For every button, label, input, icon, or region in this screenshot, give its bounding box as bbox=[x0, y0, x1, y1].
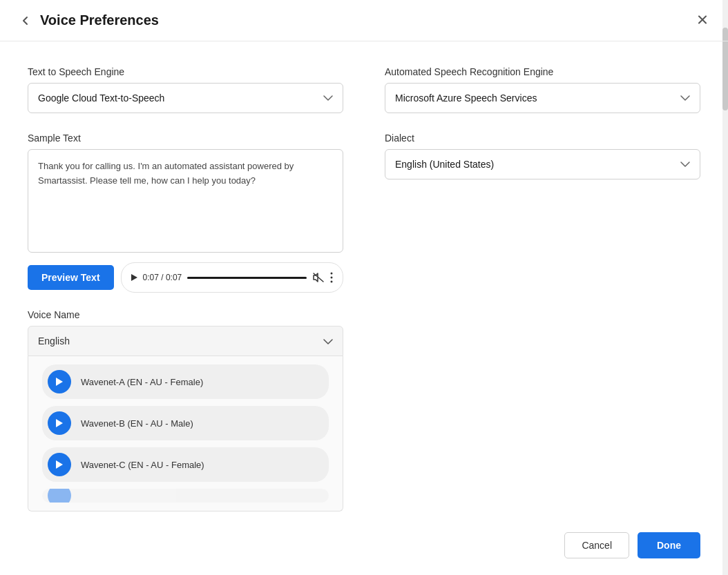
dialog-content: Text to Speech Engine Google Cloud Text-… bbox=[0, 41, 728, 521]
voice-play-btn-4-partial bbox=[48, 489, 71, 503]
asr-section: Automated Speech Recognition Engine Micr… bbox=[385, 66, 700, 113]
voice-item-1[interactable]: Wavenet-A (EN - AU - Female) bbox=[42, 364, 329, 399]
play-icon bbox=[131, 274, 137, 281]
scrollbar[interactable] bbox=[722, 0, 728, 575]
voice-group-name: English bbox=[38, 335, 70, 347]
audio-player: 0:07 / 0:07 bbox=[121, 262, 343, 293]
audio-progress-bar[interactable] bbox=[187, 277, 307, 279]
sample-text-section: Sample Text Thank you for calling us. I'… bbox=[28, 133, 343, 253]
cancel-button[interactable]: Cancel bbox=[564, 532, 629, 558]
voice-name-label: Voice Name bbox=[28, 309, 343, 320]
tts-dropdown[interactable]: Google Cloud Text-to-Speech bbox=[28, 83, 343, 113]
dialect-selected: English (United States) bbox=[395, 159, 494, 170]
voice-item-2[interactable]: Wavenet-B (EN - AU - Male) bbox=[42, 406, 329, 440]
sample-text-content: Thank you for calling us. I'm an automat… bbox=[38, 159, 333, 188]
voice-item-3[interactable]: Wavenet-C (EN - AU - Female) bbox=[42, 447, 329, 482]
voice-play-button-3[interactable] bbox=[48, 453, 71, 476]
asr-label: Automated Speech Recognition Engine bbox=[385, 66, 700, 77]
asr-selected: Microsoft Azure Speech Services bbox=[395, 92, 537, 104]
tts-section: Text to Speech Engine Google Cloud Text-… bbox=[28, 66, 343, 113]
preview-text-button[interactable]: Preview Text bbox=[28, 265, 114, 290]
voice-play-icon-2 bbox=[56, 419, 63, 427]
more-options-button[interactable] bbox=[330, 272, 333, 283]
voice-name-section: Voice Name English Wavenet-A (EN - bbox=[28, 309, 343, 511]
close-button[interactable] bbox=[696, 13, 709, 28]
dialog-header: Voice Preferences bbox=[0, 0, 728, 41]
svg-point-0 bbox=[331, 273, 333, 275]
dialect-section: Dialect English (United States) bbox=[385, 133, 700, 179]
voice-preferences-dialog: Voice Preferences Text to Speech Engine … bbox=[0, 0, 728, 575]
preview-row: Preview Text 0:07 / 0:07 bbox=[28, 262, 343, 293]
svg-point-1 bbox=[331, 277, 333, 279]
right-column: Automated Speech Recognition Engine Micr… bbox=[385, 66, 700, 511]
dialect-dropdown-arrow bbox=[680, 159, 690, 169]
sample-text-area[interactable]: Thank you for calling us. I'm an automat… bbox=[28, 149, 343, 253]
asr-dropdown[interactable]: Microsoft Azure Speech Services bbox=[385, 83, 700, 113]
mute-button[interactable] bbox=[312, 272, 325, 283]
voice-play-icon-3 bbox=[56, 460, 63, 469]
dialect-dropdown[interactable]: English (United States) bbox=[385, 149, 700, 179]
voice-item-4-partial bbox=[42, 489, 329, 503]
voice-group-header[interactable]: English bbox=[28, 326, 343, 356]
done-button[interactable]: Done bbox=[638, 532, 700, 558]
audio-time: 0:07 / 0:07 bbox=[143, 273, 182, 282]
dialog-footer: Cancel Done bbox=[0, 521, 728, 575]
tts-label: Text to Speech Engine bbox=[28, 66, 343, 77]
tts-selected: Google Cloud Text-to-Speech bbox=[38, 92, 164, 104]
voice-name-2: Wavenet-B (EN - AU - Male) bbox=[81, 418, 193, 429]
voice-play-button-2[interactable] bbox=[48, 411, 71, 435]
back-button[interactable] bbox=[19, 14, 32, 27]
voice-list: Wavenet-A (EN - AU - Female) Wavenet-B (… bbox=[28, 356, 343, 511]
voice-play-button-1[interactable] bbox=[48, 370, 71, 393]
asr-dropdown-arrow bbox=[680, 93, 690, 103]
audio-play-button[interactable] bbox=[131, 274, 137, 281]
sample-text-label: Sample Text bbox=[28, 133, 343, 144]
voice-name-1: Wavenet-A (EN - AU - Female) bbox=[81, 377, 203, 387]
dialect-label: Dialect bbox=[385, 133, 700, 144]
voice-play-icon-1 bbox=[56, 378, 63, 386]
voice-name-3: Wavenet-C (EN - AU - Female) bbox=[81, 460, 204, 470]
voice-group-arrow bbox=[323, 335, 333, 347]
tts-dropdown-arrow bbox=[323, 93, 333, 103]
svg-point-2 bbox=[331, 281, 333, 283]
left-column: Text to Speech Engine Google Cloud Text-… bbox=[28, 66, 343, 511]
page-title: Voice Preferences bbox=[40, 12, 159, 28]
